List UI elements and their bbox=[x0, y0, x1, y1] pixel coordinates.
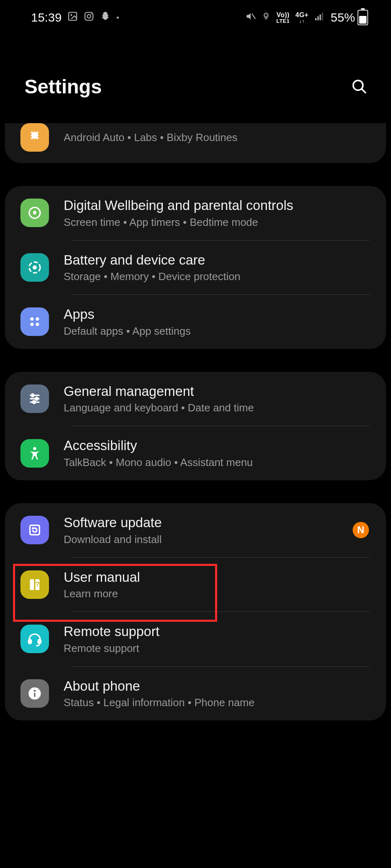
svg-point-24 bbox=[33, 401, 36, 404]
row-subtitle: Android Auto • Labs • Bixby Routines bbox=[64, 131, 369, 144]
network-icon: 4G+↓↑ bbox=[295, 12, 309, 24]
svg-point-4 bbox=[91, 13, 92, 15]
row-remote-support[interactable]: Remote support Remote support bbox=[5, 612, 386, 666]
volte-icon: Vo))LTE1 bbox=[276, 12, 290, 24]
svg-rect-26 bbox=[30, 526, 39, 535]
row-subtitle: Default apps • App settings bbox=[64, 325, 369, 338]
svg-point-14 bbox=[33, 265, 37, 269]
headset-icon bbox=[20, 625, 49, 653]
svg-rect-7 bbox=[318, 16, 319, 20]
svg-text:?: ? bbox=[36, 581, 40, 588]
battery-indicator: 55% bbox=[331, 10, 368, 25]
row-subtitle: Learn more bbox=[64, 588, 369, 600]
row-battery-device-care[interactable]: Battery and device care Storage • Memory… bbox=[5, 241, 386, 295]
update-icon bbox=[20, 516, 49, 544]
row-subtitle: Screen time • App timers • Bedtime mode bbox=[64, 216, 369, 229]
svg-rect-6 bbox=[315, 18, 316, 20]
search-button[interactable] bbox=[347, 74, 371, 99]
dot-icon: • bbox=[116, 13, 119, 22]
row-title: Remote support bbox=[64, 623, 369, 640]
row-title: Digital Wellbeing and parental controls bbox=[64, 197, 369, 214]
svg-point-17 bbox=[30, 323, 33, 326]
row-software-update[interactable]: Software update Download and install N bbox=[5, 503, 386, 557]
signal-icon bbox=[314, 11, 325, 24]
row-digital-wellbeing[interactable]: Digital Wellbeing and parental controls … bbox=[5, 186, 386, 240]
manual-icon: ? bbox=[20, 570, 49, 599]
row-title: About phone bbox=[64, 678, 369, 694]
svg-rect-9 bbox=[322, 13, 323, 20]
row-general-management[interactable]: General management Language and keyboard… bbox=[5, 372, 386, 426]
page-title: Settings bbox=[24, 75, 102, 98]
svg-rect-31 bbox=[38, 640, 41, 644]
apps-icon bbox=[20, 307, 49, 336]
group-general: General management Language and keyboard… bbox=[5, 372, 386, 480]
notification-badge: N bbox=[353, 522, 369, 538]
svg-line-5 bbox=[252, 14, 255, 19]
row-about-phone[interactable]: About phone Status • Legal information •… bbox=[5, 667, 386, 721]
svg-point-25 bbox=[33, 447, 36, 450]
group-wellbeing: Digital Wellbeing and parental controls … bbox=[5, 186, 386, 349]
battery-icon bbox=[358, 10, 368, 25]
group-system: Software update Download and install N ?… bbox=[5, 503, 386, 720]
svg-point-22 bbox=[36, 398, 38, 400]
row-accessibility[interactable]: Accessibility TalkBack • Mono audio • As… bbox=[5, 426, 386, 480]
battery-care-icon bbox=[20, 253, 49, 282]
svg-rect-8 bbox=[320, 15, 321, 20]
row-subtitle: Remote support bbox=[64, 642, 369, 655]
row-title: Software update bbox=[64, 515, 338, 531]
row-subtitle: Language and keyboard • Date and time bbox=[64, 402, 369, 414]
row-title: Battery and device care bbox=[64, 252, 369, 268]
instagram-icon bbox=[84, 11, 94, 24]
app-header: Settings bbox=[0, 25, 391, 123]
svg-point-3 bbox=[87, 15, 91, 18]
info-icon bbox=[20, 679, 49, 708]
status-time: 15:39 bbox=[31, 11, 62, 24]
search-icon bbox=[350, 77, 368, 95]
svg-point-10 bbox=[353, 80, 363, 90]
gallery-icon bbox=[67, 11, 78, 24]
svg-point-20 bbox=[31, 394, 34, 397]
status-bar: 15:39 • Vo))LTE1 4G+↓↑ 55% bbox=[0, 0, 391, 25]
row-subtitle: Download and install bbox=[64, 533, 338, 546]
mute-icon bbox=[245, 11, 256, 24]
accessibility-icon bbox=[20, 439, 49, 468]
svg-point-18 bbox=[36, 323, 39, 326]
sliders-icon bbox=[20, 384, 49, 413]
row-title: Apps bbox=[64, 306, 369, 322]
settings-list: Advanced features Android Auto • Labs • … bbox=[0, 123, 391, 760]
advanced-icon bbox=[20, 123, 49, 152]
row-advanced-features[interactable]: Advanced features Android Auto • Labs • … bbox=[5, 123, 386, 163]
svg-line-11 bbox=[362, 89, 366, 93]
svg-rect-34 bbox=[34, 693, 35, 697]
row-user-manual[interactable]: ? User manual Learn more bbox=[5, 558, 386, 612]
svg-rect-30 bbox=[29, 640, 31, 644]
svg-point-16 bbox=[36, 318, 39, 321]
svg-rect-27 bbox=[30, 579, 34, 590]
row-title: User manual bbox=[64, 569, 369, 585]
row-subtitle: TalkBack • Mono audio • Assistant menu bbox=[64, 456, 369, 469]
group-advanced: Advanced features Android Auto • Labs • … bbox=[5, 123, 386, 163]
snapchat-icon bbox=[100, 11, 111, 24]
row-title: General management bbox=[64, 383, 369, 400]
svg-point-1 bbox=[71, 14, 72, 16]
row-apps[interactable]: Apps Default apps • App settings bbox=[5, 295, 386, 349]
wellbeing-icon bbox=[20, 199, 49, 227]
row-subtitle: Storage • Memory • Device protection bbox=[64, 270, 369, 283]
svg-point-33 bbox=[34, 690, 36, 692]
location-icon bbox=[262, 11, 271, 25]
row-title: Accessibility bbox=[64, 437, 369, 454]
row-subtitle: Status • Legal information • Phone name bbox=[64, 696, 369, 709]
svg-point-15 bbox=[30, 318, 33, 321]
